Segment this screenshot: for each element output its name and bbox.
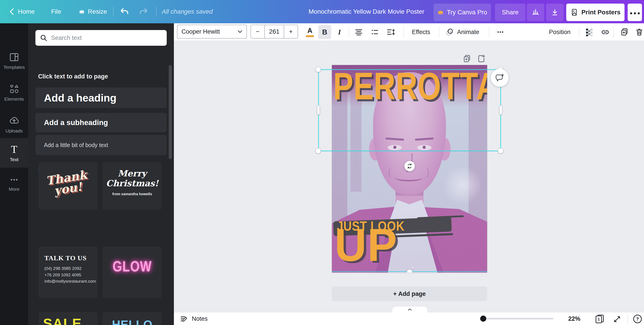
format-toolbar: Cooper Hewitt − 261 + A B I [174,23,644,41]
text-panel: Click text to add to page Add a heading … [28,23,174,325]
font-size-increase[interactable]: + [284,25,298,38]
try-canva-pro-button[interactable]: Try Canva Pro [434,4,491,21]
selection-handle-bottom-left[interactable] [316,148,321,154]
add-page-button[interactable]: + Add page [332,286,487,301]
animate-button[interactable]: Animate [445,23,479,41]
canvas-area[interactable]: PERROTTA JUST LOOK UP [174,41,644,312]
back-chevron-icon [9,8,15,16]
list-button[interactable] [368,25,382,39]
statusbar-divider [628,315,628,323]
more-icon [630,9,640,16]
search-input[interactable] [51,34,154,42]
add-body-text-tile[interactable]: Add a little bit of body text [36,135,167,155]
toolbar-divider [614,26,614,38]
duplicate-page-button[interactable] [462,54,472,64]
font-combo-merry-christmas[interactable]: Merry Christmas! from samantha howells [103,162,162,210]
document-title[interactable]: Monochromatic Yellow Dark Movie Poster [308,0,424,23]
text-align-button[interactable] [352,25,365,39]
rotate-handle[interactable] [404,161,415,171]
italic-icon: I [338,28,341,36]
transparency-icon [585,28,594,36]
share-button[interactable]: Share [495,4,526,21]
selection-bottom-line [318,150,501,151]
font-combo-glow[interactable]: GLOW [103,246,162,298]
question-mark-icon: ? [636,316,639,322]
resize-menu[interactable]: Resize [79,0,107,23]
sidebar-item-uploads[interactable]: Uploads [0,115,28,134]
font-family-select[interactable]: Cooper Hewitt [177,25,247,38]
position-button[interactable]: Position [549,23,570,41]
add-subheading-tile[interactable]: Add a subheading [36,113,167,132]
pages-view-button[interactable]: 1 [595,315,606,324]
delete-button[interactable] [633,25,644,39]
home-label: Home [18,8,35,15]
notes-button[interactable]: Notes [180,312,208,325]
toolbar-more-button[interactable] [494,25,507,39]
zoom-level[interactable]: 22% [568,312,580,325]
help-button[interactable]: ? [633,315,642,323]
duplicate-icon [620,28,629,36]
font-size-value[interactable]: 261 [264,25,284,38]
sidebar-item-elements[interactable]: Elements [0,84,28,102]
link-button[interactable] [599,25,612,39]
elements-shapes-icon [0,84,28,94]
redo-button[interactable] [138,0,149,23]
sidebar-item-templates[interactable]: Templates [0,52,28,70]
templates-icon [0,52,28,62]
effects-button[interactable]: Effects [412,23,430,41]
bottom-panel-expander[interactable] [392,306,427,312]
canva-editor: Home File Resize All changes saved M [0,0,644,325]
rotate-icon [407,163,412,169]
spacing-button[interactable] [384,25,398,39]
text-color-button[interactable]: A [304,25,316,39]
print-posters-button[interactable]: Print Posters [566,4,624,21]
poster-image-icon [570,8,578,16]
transparency-button[interactable] [583,25,596,39]
animate-icon [445,28,454,36]
notes-icon [180,315,188,323]
font-combo-hello-darling[interactable]: HELLO darling [103,312,162,325]
zoom-slider[interactable] [481,318,554,320]
crown-icon [438,9,444,16]
toolbar-divider [439,26,439,38]
poster-title-text[interactable]: PERROTTA [333,67,487,105]
file-menu[interactable]: File [51,0,61,23]
redo-icon [138,6,149,17]
zoom-slider-thumb[interactable] [480,316,486,322]
poster-up-text[interactable]: UP [334,222,398,268]
duplicate-button[interactable] [618,25,631,39]
sidebar-item-text[interactable]: T Text [0,138,28,168]
italic-button[interactable]: I [333,25,346,39]
add-page-icon-button[interactable] [476,54,486,64]
font-combo-thank-you[interactable]: Thank you! [38,162,98,210]
text-icon: T [11,144,17,155]
undo-button[interactable] [119,0,130,23]
font-combo-sale[interactable]: SALE SALE SALE [38,312,98,325]
search-box[interactable] [36,30,167,46]
comment-button[interactable] [491,69,509,87]
font-combo-talk-to-us[interactable]: TALK TO US (04) 298 3985 2092 +76 209 10… [38,246,98,298]
undo-icon [119,6,130,17]
font-size-decrease[interactable]: − [251,25,264,38]
add-heading-tile[interactable]: Add a heading [36,88,167,108]
expand-icon [613,315,621,323]
font-size-stepper: − 261 + [250,25,298,38]
download-button[interactable] [546,4,564,21]
selection-handle-right[interactable] [500,105,502,115]
stats-button[interactable] [527,4,544,21]
status-bar: Notes 22% 1 ? [174,312,644,325]
toolbar-divider [349,26,349,38]
selection-handle-top-left[interactable] [316,67,321,72]
bullet-list-icon [370,28,379,36]
panel-scrollbar[interactable] [169,65,172,159]
selection-handle-bottom-right[interactable] [498,148,503,154]
home-button[interactable]: Home [9,0,35,23]
autosave-status: All changes saved [162,0,213,23]
selection-top-line [318,69,501,70]
sidebar-item-more[interactable]: More [0,175,28,192]
selection-handle-left[interactable] [317,105,320,115]
stats-icon [531,8,540,17]
fullscreen-button[interactable] [613,315,621,323]
bold-button[interactable]: B [318,25,331,39]
more-options-button[interactable] [628,4,642,21]
